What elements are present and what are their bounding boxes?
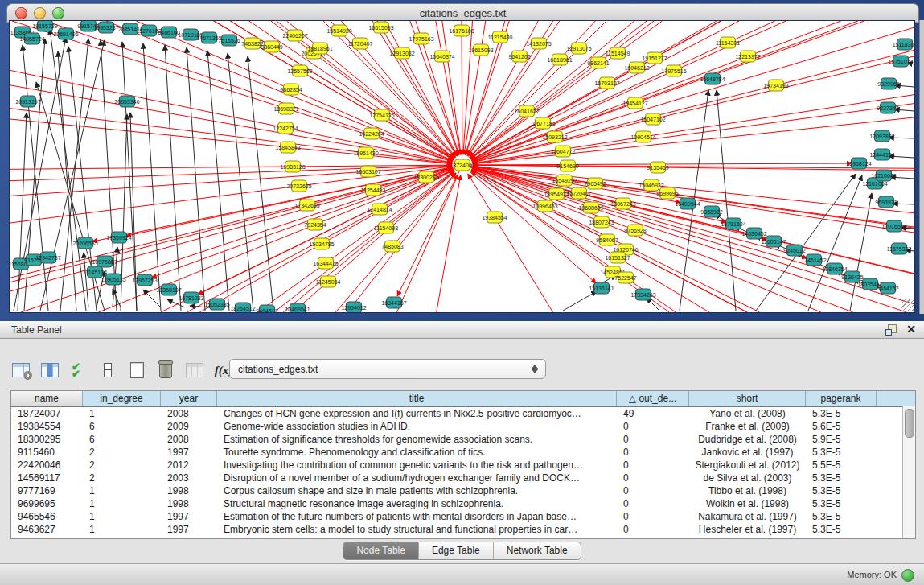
cell-short: Nakamura et al. (1997) bbox=[689, 510, 806, 523]
column-header-short[interactable]: short bbox=[689, 391, 806, 406]
graph-node-label: 15514930 bbox=[326, 28, 351, 34]
cell-pagerank: 5.3E-5 bbox=[806, 497, 877, 510]
cell-short: Tibbo et al. (1998) bbox=[689, 484, 806, 497]
graph-node-label: 16210643 bbox=[871, 173, 896, 179]
table-selector-dropdown[interactable]: citations_edges.txt bbox=[229, 359, 546, 379]
row-height-icon[interactable] bbox=[98, 360, 117, 380]
cell-in_degree: 1 bbox=[83, 523, 161, 536]
tab-edge-table[interactable]: Edge Table bbox=[419, 542, 494, 559]
cell-year: 2008 bbox=[161, 433, 217, 446]
cell-pagerank: 5.3E-5 bbox=[806, 523, 877, 536]
memory-status-indicator bbox=[901, 569, 914, 582]
column-header-name[interactable]: name bbox=[11, 391, 83, 406]
memory-status-label: Memory: OK bbox=[847, 570, 897, 579]
graph-node-label: 12905135 bbox=[101, 277, 125, 282]
cell-out_de: 0 bbox=[617, 420, 689, 433]
graph-node-label: 15751074 bbox=[888, 59, 913, 64]
select-attributes-icon[interactable]: ✔✔ bbox=[69, 360, 88, 380]
graph-node-label: 17461452 bbox=[801, 257, 826, 263]
cell-short: Jankovic et al. (1997) bbox=[689, 446, 806, 459]
column-header-out_de[interactable]: △ out_de... bbox=[617, 391, 689, 406]
cell-name: 9699695 bbox=[11, 497, 83, 510]
graph-node-label: 12093832 bbox=[869, 134, 894, 139]
graph-node-label: 14055724 bbox=[19, 36, 44, 42]
table-row[interactable]: 977716911998Corpus callosum shape and si… bbox=[11, 484, 915, 497]
table-row[interactable]: 1830029562008Estimation of significance … bbox=[11, 433, 915, 446]
graph-node-label: 19734193 bbox=[763, 83, 788, 89]
graph-node-label: 10469541 bbox=[285, 307, 310, 312]
table-row[interactable]: 1456911722003Disruption of a novel membe… bbox=[11, 472, 915, 484]
background-window-edge bbox=[919, 20, 924, 314]
cell-in_degree: 1 bbox=[83, 484, 161, 497]
column-header-title[interactable]: title bbox=[217, 391, 617, 406]
graph-node-label: 12557562 bbox=[287, 68, 312, 74]
cell-title: Structural magnetic resonance image aver… bbox=[217, 497, 617, 510]
cell-out_de: 49 bbox=[617, 407, 689, 420]
cell-short: de Silva et al. (2003) bbox=[689, 472, 806, 484]
cell-pagerank: 5.6E-5 bbox=[806, 420, 877, 433]
close-panel-icon[interactable]: ✕ bbox=[906, 323, 916, 335]
graph-node-label: 18807243 bbox=[589, 220, 614, 225]
cell-out_de: 0 bbox=[617, 433, 689, 446]
table-settings-icon[interactable] bbox=[11, 360, 31, 380]
table-row[interactable]: 1872400712008Changes of HCN gene express… bbox=[11, 407, 915, 420]
cell-year: 2008 bbox=[161, 407, 217, 420]
graph-node-label: 16046213 bbox=[624, 65, 649, 71]
network-canvas-svg: 1135806119155729140557242069140699157411… bbox=[10, 21, 914, 312]
graph-node-label: 12954012 bbox=[341, 305, 366, 311]
table-row[interactable]: 969969511998Structural magnetic resonanc… bbox=[11, 497, 915, 510]
table-row[interactable]: 911546021997Tourette syndrome. Phenomeno… bbox=[11, 446, 915, 459]
graph-node-label: 17342635 bbox=[294, 203, 319, 208]
table-row[interactable]: 946362711997Embryonic stem cells: a mode… bbox=[11, 523, 915, 536]
graph-node-label: 9756928 bbox=[624, 228, 646, 233]
table-vertical-scrollbar[interactable] bbox=[902, 406, 915, 538]
cell-name: 9115460 bbox=[11, 446, 83, 459]
float-panel-icon[interactable] bbox=[885, 324, 897, 335]
cell-year: 1997 bbox=[161, 510, 217, 523]
graph-node-label: 10688609 bbox=[578, 205, 603, 211]
cell-pagerank: 5.5E-5 bbox=[806, 459, 877, 472]
network-canvas[interactable]: 1135806119155729140557242069140699157411… bbox=[10, 21, 914, 312]
graph-node-label: 15720407 bbox=[566, 191, 591, 196]
graph-node-label: 14224204 bbox=[359, 131, 384, 137]
graph-node-label: 11154301 bbox=[716, 40, 740, 46]
graph-node-label: 15052335 bbox=[204, 302, 229, 307]
cell-short: Wolkin et al. (1998) bbox=[689, 497, 806, 510]
network-window-titlebar[interactable]: citations_edges.txt bbox=[6, 3, 919, 23]
new-table-icon[interactable] bbox=[127, 360, 146, 380]
cell-short: Dudbridge et al. (2008) bbox=[689, 433, 806, 446]
tab-network-table[interactable]: Network Table bbox=[494, 542, 581, 559]
graph-node-label: 9245012 bbox=[783, 248, 805, 253]
table-row[interactable]: 1938455462009Genome-wide association stu… bbox=[11, 420, 915, 433]
graph-node-label: 7522547 bbox=[614, 275, 636, 281]
table-row[interactable]: 946554611997Estimation of the future num… bbox=[11, 510, 915, 523]
column-header-pagerank[interactable]: pagerank bbox=[806, 391, 877, 406]
graph-node-label: 16344187 bbox=[381, 300, 406, 306]
column-header-year[interactable]: year bbox=[161, 391, 217, 406]
cell-in_degree: 1 bbox=[83, 497, 161, 510]
resize-grip[interactable] bbox=[901, 299, 914, 311]
delete-table-icon[interactable] bbox=[156, 360, 175, 380]
column-header-in_degree[interactable]: in_degree bbox=[83, 391, 161, 406]
cell-year: 2009 bbox=[161, 420, 217, 433]
graph-node-label: 16047102 bbox=[640, 117, 665, 122]
cell-out_de: 0 bbox=[617, 510, 689, 523]
table-row[interactable]: 2242004622012Investigating the contribut… bbox=[11, 459, 915, 472]
column-selector-icon[interactable] bbox=[40, 360, 60, 380]
graph-node-label: 9693971 bbox=[875, 200, 897, 205]
table-panel-body: ✔✔ f(x) citations_edges.txt namein_degre… bbox=[0, 339, 924, 563]
graph-node-label: 7924354 bbox=[304, 222, 326, 228]
cytoscape-screen: citations_edges.txt 11358061191557291405… bbox=[0, 0, 924, 585]
cell-out_de: 0 bbox=[617, 497, 689, 510]
graph-node-label: 10953237 bbox=[93, 25, 118, 31]
graph-node-label: 10677183 bbox=[530, 121, 555, 126]
cell-pagerank: 5.3E-5 bbox=[806, 446, 877, 459]
graph-node-label: 16176108 bbox=[449, 28, 474, 34]
graph-node-label: 10904514 bbox=[630, 134, 655, 140]
graph-node-label: 16781283 bbox=[179, 295, 203, 301]
tab-node-table[interactable]: Node Table bbox=[343, 542, 419, 559]
cell-out_de: 0 bbox=[617, 446, 689, 459]
graph-node-label: 18954977 bbox=[544, 192, 569, 197]
scrollbar-thumb[interactable] bbox=[905, 409, 914, 438]
graph-node-label: 15958124 bbox=[846, 161, 871, 167]
